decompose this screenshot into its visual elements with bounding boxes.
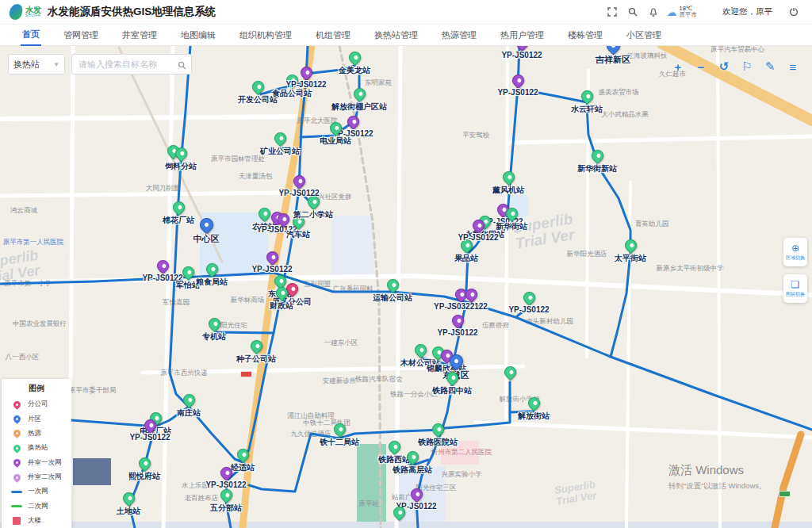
nav-tab-exchange-station[interactable]: 换热站管理	[373, 25, 419, 45]
exchange-station-marker[interactable]	[247, 338, 264, 354]
exchange-station-marker[interactable]	[350, 86, 367, 102]
exchange-station-marker[interactable]	[588, 147, 605, 164]
legend-swatch-line	[11, 491, 22, 493]
exchange-station-marker[interactable]	[170, 199, 186, 216]
marker-label: 吉祥新区	[596, 54, 630, 66]
nav-tab-heat-user[interactable]: 热用户管理	[499, 25, 546, 45]
well-marker[interactable]	[344, 113, 361, 130]
exchange-station-marker[interactable]	[520, 289, 537, 306]
exchange-station-marker[interactable]	[458, 237, 474, 254]
district-marker[interactable]	[603, 46, 622, 55]
map-poi-label: 阳光住宅	[220, 321, 247, 331]
marker-label: 五分部站	[210, 503, 242, 514]
well-marker[interactable]	[449, 312, 465, 329]
marker-label: 电业局站	[320, 136, 351, 147]
exchange-station-marker[interactable]	[404, 449, 420, 465]
measure-icon[interactable]: ⚐	[739, 59, 755, 75]
exchange-station-marker[interactable]	[384, 277, 400, 293]
zoom-in-icon[interactable]: +	[670, 59, 686, 75]
exchange-station-marker[interactable]	[120, 490, 136, 507]
well-marker[interactable]	[290, 173, 307, 189]
exchange-station-marker[interactable]	[234, 446, 251, 463]
search-icon[interactable]	[622, 0, 643, 24]
exchange-station-marker[interactable]	[412, 342, 428, 358]
map-poi-label: 水上乐园	[182, 481, 209, 491]
logout-icon[interactable]	[783, 0, 804, 24]
marker-label: 金美龙站	[339, 65, 370, 76]
exchange-station-marker[interactable]	[429, 421, 446, 438]
pin-swatch-icon	[12, 443, 22, 453]
exchange-station-marker[interactable]	[249, 78, 266, 95]
search-category-select[interactable]: 换热站 ▼	[8, 54, 65, 75]
exchange-station-marker[interactable]	[500, 169, 516, 186]
legend-panel: 图例 分公司片区热源换热站井室一次网井室二次网一次网二次网大楼	[2, 379, 71, 528]
nav-tab-home[interactable]: 首页	[21, 24, 41, 46]
exchange-station-marker[interactable]	[283, 72, 300, 89]
exchange-station-marker[interactable]	[501, 364, 518, 381]
marker-label: 开发公司站	[238, 94, 278, 105]
area-switch-button[interactable]: ⊕区域切换	[783, 238, 807, 266]
map-poi-label: 五彩同盟	[304, 280, 331, 289]
pin-swatch-icon	[12, 473, 22, 483]
exchange-station-marker[interactable]	[217, 487, 234, 503]
exchange-station-marker[interactable]	[289, 213, 306, 230]
search-magnifier-icon[interactable]	[178, 59, 186, 73]
nav-tab-pipe-network[interactable]: 管网管理	[62, 25, 100, 45]
nav-tab-map-edit[interactable]: 地图编辑	[179, 25, 217, 45]
map-poi-label: 广兴番药同料	[333, 285, 373, 294]
bell-icon[interactable]	[643, 0, 664, 24]
well-marker[interactable]	[509, 72, 526, 89]
legend-swatch-line	[11, 505, 22, 507]
chevron-down-icon: ▼	[53, 61, 59, 68]
map-poi-label: 铁路一分会小区	[390, 390, 438, 400]
legend-item-label: 二次网	[28, 502, 48, 511]
pin-swatch-icon	[12, 414, 22, 424]
marker-label: 新华街站	[496, 221, 527, 232]
nav-tab-org[interactable]: 组织机构管理	[238, 25, 293, 45]
layer-list-icon[interactable]: ≡	[785, 59, 801, 75]
nav-tab-unit[interactable]: 机组管理	[314, 25, 352, 45]
search-input[interactable]	[71, 54, 192, 75]
map-poi-label: 中国农业发展银行	[13, 319, 67, 329]
exchange-station-marker[interactable]	[136, 455, 152, 472]
well-marker[interactable]	[513, 46, 530, 52]
nav-tab-community[interactable]: 小区管理	[625, 25, 663, 45]
exchange-station-marker[interactable]	[443, 369, 460, 386]
nav-tab-well[interactable]: 井室管理	[121, 25, 159, 45]
map-poi-label: 湄江山自助料理	[287, 411, 335, 421]
map-canvas[interactable]: 东明家苑红海玻璃科技原平汽车贸易中心久仁超市盛美农贸市场大小武精品水果平安驾校原…	[0, 46, 812, 528]
marker-label: 解放街棚户区站	[331, 101, 387, 113]
exchange-station-marker[interactable]	[346, 49, 362, 66]
nav-tab-building[interactable]: 楼栋管理	[566, 25, 604, 45]
legend-item: 热源	[2, 427, 71, 441]
marker-label: 专机站	[202, 331, 226, 342]
exchange-station-marker[interactable]	[271, 130, 288, 147]
reset-view-icon[interactable]: ↺	[716, 59, 732, 75]
nav-tab-heat-source[interactable]: 热源管理	[440, 25, 478, 45]
marker-label: 新华街新站	[577, 163, 617, 174]
exchange-station-marker[interactable]	[179, 264, 196, 281]
exchange-station-marker[interactable]	[385, 438, 402, 455]
exchange-station-marker[interactable]	[180, 392, 197, 408]
zoom-out-icon[interactable]: −	[693, 59, 709, 75]
exchange-station-marker[interactable]	[205, 316, 222, 332]
well-marker[interactable]	[297, 64, 314, 81]
map-poi-label: 红海玻璃科技	[627, 52, 668, 61]
map-poi-label: 大小武精品水果	[601, 110, 649, 120]
exchange-station-marker[interactable]	[304, 193, 321, 210]
map-poi-label: 兴原实验小学	[442, 470, 482, 480]
fullscreen-icon[interactable]	[602, 0, 622, 24]
well-marker[interactable]	[154, 258, 170, 274]
layer-switch-button[interactable]: ❏图层切换	[783, 274, 807, 303]
legend-item: 一次网	[2, 484, 71, 499]
exchange-station-marker[interactable]	[331, 421, 347, 438]
map-area	[357, 444, 386, 528]
well-marker[interactable]	[217, 465, 234, 481]
exchange-station-marker[interactable]	[578, 88, 595, 105]
marker-label: 薰风机站	[492, 185, 524, 196]
draw-icon[interactable]: ✎	[762, 59, 778, 75]
exchange-station-marker[interactable]	[525, 395, 542, 411]
well-marker[interactable]	[462, 286, 479, 303]
exchange-station-marker[interactable]	[327, 120, 343, 136]
exchange-station-marker[interactable]	[622, 237, 638, 254]
